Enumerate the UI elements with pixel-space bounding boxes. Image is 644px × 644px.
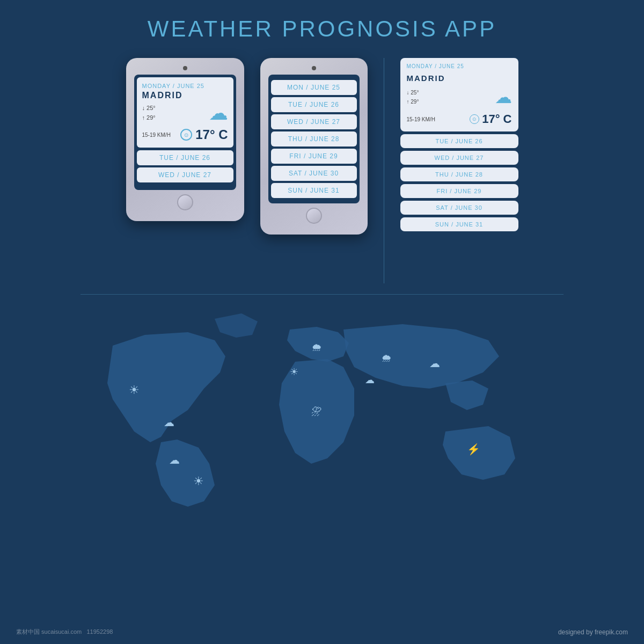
tablet-home-btn-large[interactable] — [177, 194, 193, 210]
temps-large: ↓ 25° ↑ 29° — [142, 104, 156, 122]
temps-right: ↓ 25° ↑ 29° — [407, 88, 419, 106]
cloud-icon-sa: ☁ — [169, 454, 180, 466]
world-map: ☀ ☁ ☁ ☀ 🌧 🌧 ☁ ⛈ ⚡ ☁ ☀ — [80, 303, 564, 507]
cloud-icon-ca: ☁ — [164, 416, 174, 428]
cloud-icon-me: ☁ — [365, 375, 375, 385]
tablet-large: MONDAY / JUNE 25 MADRID ↓ 25° ↑ 29° ☁ 15… — [126, 58, 244, 221]
map-section: ☀ ☁ ☁ ☀ 🌧 🌧 ☁ ⛈ ⚡ ☁ ☀ — [0, 303, 644, 507]
city-right: MADRID — [407, 74, 512, 83]
right-panel-top: MONDAY / JUNE 25 MADRID ↓ 25° ↑ 29° ☁ 15… — [400, 58, 518, 231]
weather-card-right: MONDAY / JUNE 25 MADRID ↓ 25° ↑ 29° ☁ 15… — [400, 58, 518, 131]
thunder-icon-af: ⛈ — [311, 406, 322, 418]
tablet-medium: MON / JUNE 25 TUE / JUNE 26 WED / JUNE 2… — [260, 58, 368, 235]
wind-large: 15-19 KM/H — [142, 132, 171, 138]
world-map-svg: ☀ ☁ ☁ ☀ 🌧 🌧 ☁ ⛈ ⚡ ☁ ☀ — [80, 303, 564, 507]
day-med-0[interactable]: MON / JUNE 25 — [271, 80, 357, 95]
footer-source: designed by freepik.com — [558, 628, 628, 636]
day-med-4[interactable]: FRI / JUNE 29 — [271, 149, 357, 164]
right-panel: MONDAY / JUNE 25 MADRID ↓ 25° ↑ 29° ☁ 15… — [400, 58, 518, 231]
compass-icon-large: ⊙ — [180, 129, 192, 141]
sun-icon-sus: ☀ — [193, 474, 204, 488]
day-item-1[interactable]: WED / JUNE 27 — [137, 167, 233, 182]
tablet-camera-medium — [312, 66, 316, 70]
wind-right: 15-19 KM/H — [407, 116, 435, 122]
compass-icon-right: ⊙ — [470, 114, 479, 124]
day-right-2[interactable]: THU / JUNE 28 — [400, 167, 518, 181]
day-med-5[interactable]: SAT / JUNE 30 — [271, 166, 357, 181]
day-med-1[interactable]: TUE / JUNE 26 — [271, 97, 357, 112]
sun-icon-na: ☀ — [129, 383, 140, 397]
day-right-0[interactable]: TUE / JUNE 26 — [400, 134, 518, 148]
day-item-0[interactable]: TUE / JUNE 26 — [137, 150, 233, 165]
rain-icon-as: 🌧 — [381, 352, 392, 364]
cloud-icon-eu: 🌧 — [311, 341, 322, 353]
tablet-home-btn-medium[interactable] — [306, 208, 322, 224]
day-med-6[interactable]: SUN / JUNE 31 — [271, 183, 357, 198]
tablet-screen-large: MONDAY / JUNE 25 MADRID ↓ 25° ↑ 29° ☁ 15… — [134, 75, 236, 190]
tablet-screen-medium: MON / JUNE 25 TUE / JUNE 26 WED / JUNE 2… — [268, 75, 360, 203]
sun-icon-afc: ☀ — [290, 367, 298, 377]
day-right-4[interactable]: SAT / JUNE 30 — [400, 201, 518, 215]
date-large: MONDAY / JUNE 25 — [142, 83, 228, 89]
page-title: WEATHER PROGNOSIS APP — [0, 0, 644, 42]
temp-right: 17° C — [482, 112, 511, 126]
cloud-icon-right: ☁ — [495, 87, 512, 107]
cloud-icon-eas: ☁ — [429, 357, 440, 369]
temp-large: 17° C — [195, 127, 228, 142]
divider-vertical — [384, 58, 384, 283]
date-right: MONDAY / JUNE 25 — [407, 63, 512, 69]
day-right-3[interactable]: FRI / JUNE 29 — [400, 184, 518, 198]
weather-card-large: MONDAY / JUNE 25 MADRID ↓ 25° ↑ 29° ☁ 15… — [137, 77, 233, 148]
day-med-3[interactable]: THU / JUNE 28 — [271, 131, 357, 147]
divider-horizontal — [80, 294, 564, 295]
day-right-5[interactable]: SUN / JUNE 31 — [400, 217, 518, 231]
day-med-2[interactable]: WED / JUNE 27 — [271, 114, 357, 129]
cloud-icon-large: ☁ — [209, 102, 228, 125]
city-large: MADRID — [142, 91, 228, 100]
day-right-1[interactable]: WED / JUNE 27 — [400, 151, 518, 165]
footer-id: 素材中国 sucaisucai.com 11952298 — [16, 628, 113, 636]
devices-section: MONDAY / JUNE 25 MADRID ↓ 25° ↑ 29° ☁ 15… — [0, 58, 644, 283]
thunder-icon-au: ⚡ — [467, 443, 480, 456]
tablet-camera — [183, 66, 187, 70]
